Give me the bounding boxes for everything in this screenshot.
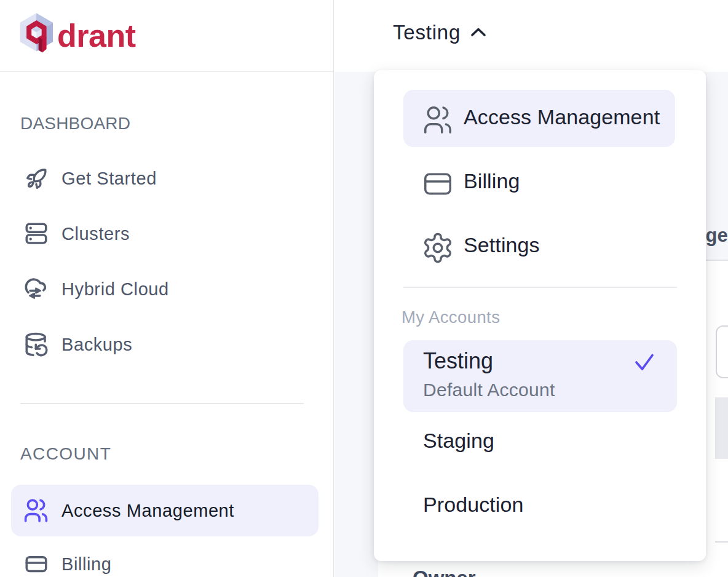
svg-text:drant: drant	[57, 18, 136, 54]
